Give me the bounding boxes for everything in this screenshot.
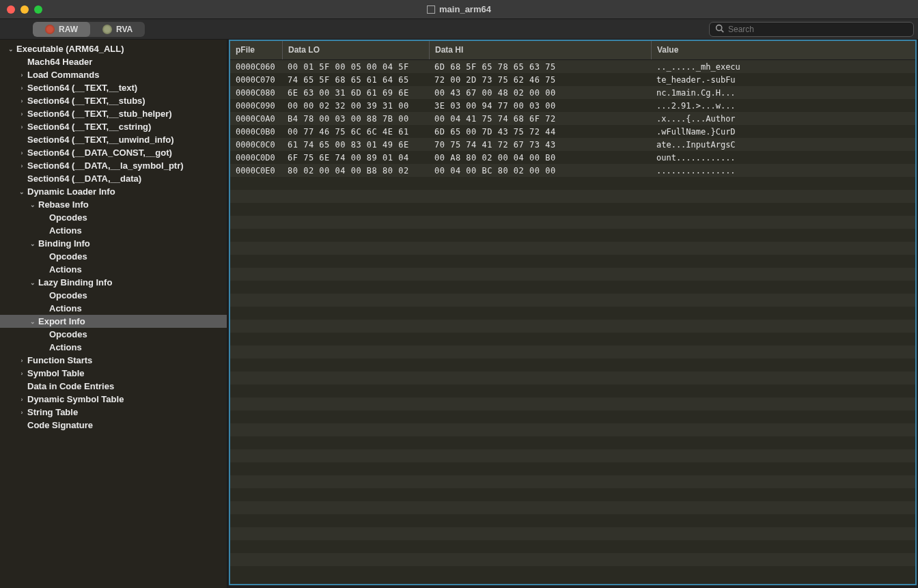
toolbar: RAW RVA: [0, 19, 918, 40]
search-field[interactable]: [709, 22, 914, 37]
hex-row-empty: [230, 384, 915, 397]
close-button[interactable]: [7, 5, 15, 14]
hex-row[interactable]: 0000C0E080 02 00 04 00 B8 80 0200 04 00 …: [230, 164, 915, 177]
sidebar-tree[interactable]: ⌄Executable (ARM64_ALL) Mach64 Header›Lo…: [0, 40, 227, 588]
tree-item-label: Section64 (__TEXT,__stub_helper): [27, 109, 172, 119]
tree-item[interactable]: ›Section64 (__TEXT,__stubs): [0, 94, 227, 107]
disclosure-spacer: [40, 305, 48, 313]
tree-item[interactable]: ›Load Commands: [0, 68, 227, 81]
tree-item[interactable]: Section64 (__TEXT,__unwind_info): [0, 133, 227, 146]
tree-item[interactable]: Data in Code Entries: [0, 380, 227, 393]
chevron-right-icon[interactable]: ›: [18, 395, 26, 404]
tree-item[interactable]: ›Section64 (__DATA_CONST,__got): [0, 146, 227, 159]
chevron-down-icon[interactable]: ⌄: [29, 201, 37, 209]
tree-item[interactable]: ⌄Rebase Info: [0, 198, 227, 211]
tree-item[interactable]: ⌄Dynamic Loader Info: [0, 185, 227, 198]
hex-row[interactable]: 0000C07074 65 5F 68 65 61 64 6572 00 2D …: [230, 73, 915, 86]
cell-pfile: 0000C0D0: [230, 153, 282, 163]
tree-item[interactable]: Opcodes: [0, 250, 227, 263]
chevron-right-icon[interactable]: ›: [18, 162, 26, 170]
tree-item-label: Export Info: [38, 316, 85, 326]
col-header-value[interactable]: Value: [651, 41, 915, 59]
tree-item[interactable]: Mach64 Header: [0, 55, 227, 68]
hex-row[interactable]: 0000C0D06F 75 6E 74 00 89 01 0400 A8 80 …: [230, 151, 915, 164]
raw-mode-button[interactable]: RAW: [33, 22, 90, 37]
chevron-down-icon[interactable]: ⌄: [29, 240, 37, 248]
tree-item[interactable]: ›Section64 (__TEXT,__cstring): [0, 120, 227, 133]
hex-row-empty: [230, 346, 915, 359]
tree-item[interactable]: Section64 (__DATA,__data): [0, 172, 227, 185]
chevron-right-icon[interactable]: ›: [18, 84, 26, 92]
tree-item[interactable]: ›Section64 (__TEXT,__stub_helper): [0, 107, 227, 120]
tree-item[interactable]: ›Function Starts: [0, 354, 227, 367]
tree-item[interactable]: Actions: [0, 263, 227, 276]
col-header-data-hi[interactable]: Data HI: [429, 41, 651, 59]
tree-item-label: Dynamic Loader Info: [27, 186, 115, 197]
window-controls: [0, 5, 42, 14]
hex-row-empty: [230, 410, 915, 423]
chevron-right-icon[interactable]: ›: [18, 356, 26, 365]
cell-data-lo: 74 65 5F 68 65 61 64 65: [282, 75, 429, 85]
tree-item[interactable]: Actions: [0, 302, 227, 315]
titlebar: main_arm64: [0, 0, 918, 19]
col-header-pfile[interactable]: pFile: [230, 41, 282, 59]
hex-row-empty: [230, 475, 915, 488]
hex-row[interactable]: 0000C0B000 77 46 75 6C 6C 4E 616D 65 00 …: [230, 125, 915, 138]
chevron-right-icon[interactable]: ›: [18, 110, 26, 118]
chevron-right-icon[interactable]: ›: [18, 71, 26, 79]
hex-rows[interactable]: 0000C06000 01 5F 00 05 00 04 5F6D 68 5F …: [230, 60, 915, 584]
tree-item[interactable]: ⌄Export Info: [0, 315, 227, 328]
tree-item-label: Dynamic Symbol Table: [27, 394, 124, 404]
hex-row[interactable]: 0000C0C061 74 65 00 83 01 49 6E70 75 74 …: [230, 138, 915, 151]
tree-item[interactable]: ⌄Lazy Binding Info: [0, 276, 227, 289]
hex-row-empty: [230, 320, 915, 333]
hex-row[interactable]: 0000C06000 01 5F 00 05 00 04 5F6D 68 5F …: [230, 60, 915, 73]
chevron-right-icon[interactable]: ›: [18, 369, 26, 378]
cell-value: te_header.-subFu: [651, 75, 915, 85]
rva-mode-button[interactable]: RVA: [90, 22, 145, 37]
hex-row-empty: [230, 372, 915, 384]
hex-row-empty: [230, 423, 915, 436]
tree-item[interactable]: ›Dynamic Symbol Table: [0, 393, 227, 406]
hex-row-empty: [230, 527, 915, 540]
tree-item[interactable]: Actions: [0, 341, 227, 354]
hex-row-empty: [230, 294, 915, 307]
tree-item[interactable]: ⌄Binding Info: [0, 237, 227, 250]
hex-row[interactable]: 0000C0A0B4 78 00 03 00 88 7B 0000 04 41 …: [230, 112, 915, 125]
chevron-right-icon[interactable]: ›: [18, 97, 26, 105]
cell-pfile: 0000C0E0: [230, 166, 282, 176]
tree-item-label: Section64 (__TEXT,__unwind_info): [27, 135, 174, 145]
tree-item-label: Opcodes: [49, 251, 87, 262]
col-header-data-lo[interactable]: Data LO: [282, 41, 429, 59]
maximize-button[interactable]: [34, 5, 42, 14]
tree-item-label: Actions: [49, 303, 82, 313]
search-input[interactable]: [728, 25, 908, 34]
tree-item[interactable]: ›Section64 (__DATA,__la_symbol_ptr): [0, 159, 227, 172]
hex-row[interactable]: 0000C09000 00 02 32 00 39 31 003E 03 00 …: [230, 99, 915, 112]
chevron-down-icon[interactable]: ⌄: [7, 45, 15, 53]
hex-row-empty: [230, 281, 915, 294]
tree-item[interactable]: ›Symbol Table: [0, 367, 227, 380]
tree-item[interactable]: ›Section64 (__TEXT,__text): [0, 81, 227, 94]
hex-row[interactable]: 0000C0806E 63 00 31 6D 61 69 6E00 43 67 …: [230, 86, 915, 99]
hex-row-empty: [230, 268, 915, 281]
tree-item[interactable]: Actions: [0, 224, 227, 237]
tree-item-label: Section64 (__DATA,__data): [27, 173, 141, 184]
tree-item-label: Section64 (__TEXT,__text): [27, 83, 137, 93]
chevron-down-icon[interactable]: ⌄: [29, 279, 37, 287]
tree-item-label: Load Commands: [27, 70, 99, 80]
tree-item[interactable]: Opcodes: [0, 211, 227, 224]
chevron-right-icon[interactable]: ›: [18, 123, 26, 131]
tree-item[interactable]: ⌄Executable (ARM64_ALL): [0, 42, 227, 55]
tree-item[interactable]: Opcodes: [0, 289, 227, 302]
cell-data-lo: 00 77 46 75 6C 6C 4E 61: [282, 127, 429, 137]
tree-item[interactable]: Opcodes: [0, 328, 227, 341]
tree-item[interactable]: ›String Table: [0, 406, 227, 419]
minimize-button[interactable]: [20, 5, 29, 14]
disclosure-spacer: [40, 266, 48, 274]
chevron-right-icon[interactable]: ›: [18, 149, 26, 157]
chevron-right-icon[interactable]: ›: [18, 408, 26, 417]
chevron-down-icon[interactable]: ⌄: [18, 188, 26, 196]
chevron-down-icon[interactable]: ⌄: [29, 318, 37, 326]
tree-item[interactable]: Code Signature: [0, 419, 227, 432]
